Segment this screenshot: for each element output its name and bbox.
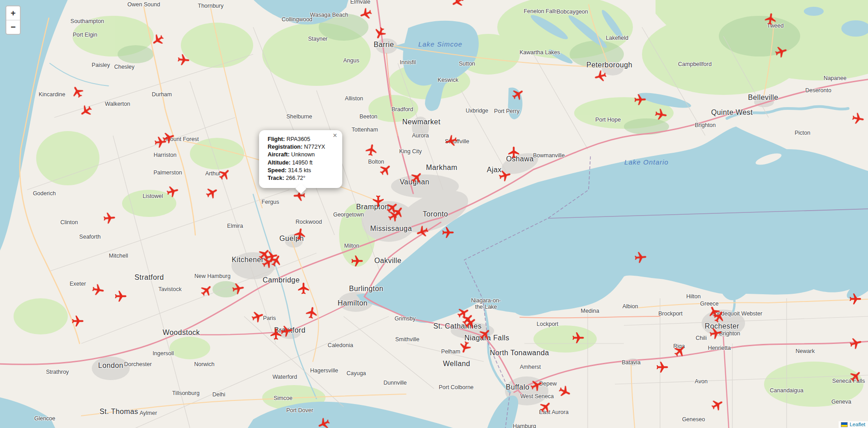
popup-field-aircraft: Aircraft: Unknown <box>268 151 334 159</box>
airplane-icon <box>304 305 320 321</box>
airplane-icon <box>231 281 246 297</box>
airplane-icon <box>441 226 455 240</box>
map-background <box>0 0 868 428</box>
popup-field-altitude: Altitude: 14950 ft <box>268 159 334 167</box>
aircraft-marker[interactable] <box>90 282 106 298</box>
attribution-bar: Leaflet <box>839 421 868 428</box>
aircraft-marker[interactable] <box>763 11 778 27</box>
zoom-in-button[interactable]: + <box>6 6 20 20</box>
popup-field-flight: Flight: RPA3605 <box>268 136 334 143</box>
flight-info-popup: × Flight: RPA3605Registration: N772YXAir… <box>259 130 342 188</box>
airplane-icon <box>364 142 380 158</box>
airplane-icon <box>279 324 295 339</box>
aircraft-marker[interactable] <box>231 281 246 297</box>
aircraft-marker[interactable] <box>708 326 724 342</box>
zoom-control: + − <box>5 5 21 35</box>
aircraft-marker[interactable] <box>102 211 117 226</box>
popup-close-button[interactable]: × <box>331 132 339 139</box>
airplane-icon <box>90 282 106 298</box>
aircraft-marker[interactable] <box>653 107 669 123</box>
aircraft-marker[interactable] <box>849 292 862 306</box>
airplane-icon <box>350 254 364 268</box>
airplane-icon <box>571 331 585 345</box>
aircraft-marker[interactable] <box>364 142 380 158</box>
airplane-icon <box>656 361 669 374</box>
airplane-icon <box>297 282 311 295</box>
zoom-out-button[interactable]: − <box>6 20 20 34</box>
aircraft-marker[interactable] <box>279 324 295 339</box>
aircraft-marker[interactable] <box>371 194 385 208</box>
popup-field-registration: Registration: N772YX <box>268 143 334 151</box>
aircraft-marker[interactable] <box>176 53 191 68</box>
airplane-icon <box>763 11 778 27</box>
aircraft-marker[interactable] <box>633 93 647 107</box>
airplane-icon <box>633 250 648 265</box>
leaflet-attribution-link[interactable]: Leaflet <box>849 422 865 427</box>
airplane-icon <box>849 292 862 306</box>
aircraft-marker[interactable] <box>507 146 521 159</box>
airplane-icon <box>102 211 117 226</box>
airplane-icon <box>507 146 521 159</box>
airplane-icon <box>653 107 669 123</box>
airplane-icon <box>850 111 866 127</box>
aircraft-marker[interactable] <box>114 290 127 303</box>
airplane-icon <box>176 53 191 68</box>
airplane-icon <box>292 226 308 242</box>
airplane-icon <box>371 194 385 208</box>
aircraft-marker[interactable] <box>292 226 308 242</box>
aircraft-marker[interactable] <box>71 315 85 328</box>
airplane-icon <box>71 315 85 328</box>
aircraft-marker[interactable] <box>571 331 585 345</box>
popup-content: Flight: RPA3605Registration: N772YXAircr… <box>268 136 334 182</box>
aircraft-marker[interactable] <box>350 254 364 268</box>
aircraft-marker[interactable] <box>297 282 311 295</box>
airplane-icon <box>708 326 724 342</box>
aircraft-marker[interactable] <box>850 111 866 127</box>
ukraine-flag-icon <box>841 422 848 427</box>
aircraft-marker[interactable] <box>633 250 648 265</box>
airplane-icon <box>633 93 647 107</box>
popup-field-speed: Speed: 314.5 kts <box>268 167 334 174</box>
aircraft-marker[interactable] <box>656 361 669 374</box>
flight-tracker-map[interactable]: Owen SoundThornburySouthamptonPort Elgin… <box>0 0 868 428</box>
aircraft-marker[interactable] <box>441 226 455 240</box>
airplane-icon <box>114 290 127 303</box>
popup-field-track: Track: 266.72° <box>268 174 334 182</box>
aircraft-marker[interactable] <box>304 305 320 321</box>
